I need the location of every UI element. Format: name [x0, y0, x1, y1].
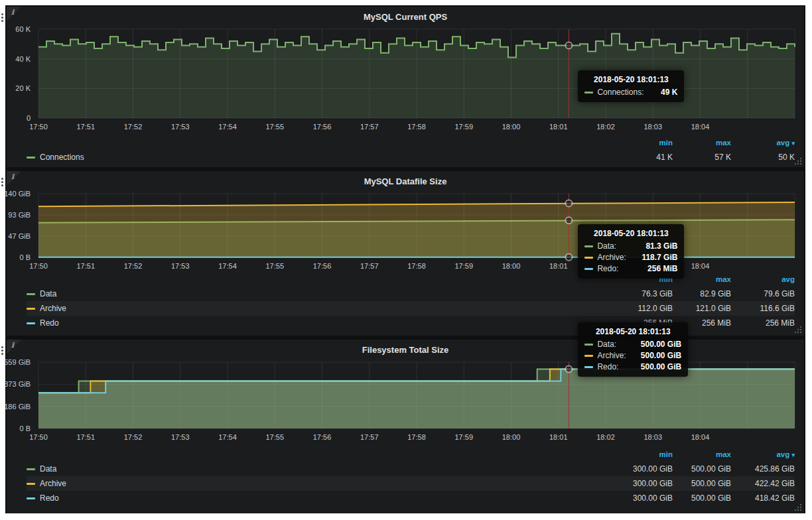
- x-tick-label: 18:02: [596, 262, 615, 270]
- y-tick-label: 20 K: [15, 84, 31, 92]
- chevron-down-icon: ▾: [791, 452, 795, 458]
- legend-header-min[interactable]: min: [614, 275, 673, 283]
- x-tick-label: 17:50: [29, 123, 48, 131]
- legend-avg-value: 116.6 GiB: [731, 304, 795, 313]
- legend-series-label: Archive: [40, 304, 66, 313]
- legend-min-value: 41 K: [614, 153, 673, 162]
- legend-row-data: Data 76.3 GiB 82.9 GiB 79.6 GiB: [27, 287, 795, 301]
- x-tick-label: 18:04: [691, 123, 710, 131]
- chart-canvas: [38, 29, 795, 118]
- legend-header-avg[interactable]: avg ▾: [731, 139, 795, 147]
- y-tick-label: 140 GiB: [4, 190, 31, 198]
- legend-min-value: 256 MiB: [614, 318, 673, 328]
- panel-title[interactable]: MySQL Current QPS: [7, 7, 804, 22]
- legend-header-avg[interactable]: avg ▾: [731, 450, 795, 458]
- y-tick-label: 40 K: [15, 55, 31, 63]
- legend-header-row: min max avg ▾: [27, 447, 795, 462]
- legend-header-max[interactable]: max: [673, 275, 731, 283]
- legend-series-archive[interactable]: Archive: [27, 304, 614, 313]
- legend-series-label: Archive: [40, 479, 66, 488]
- panel-mysql-current-qps: i MySQL Current QPS 60 K40 K20 K0 17:501…: [7, 7, 804, 167]
- series-color-swatch: [27, 497, 35, 499]
- legend-series-redo[interactable]: Redo: [27, 318, 614, 328]
- x-tick-label: 18:03: [643, 433, 662, 441]
- plot-area[interactable]: [38, 194, 795, 257]
- series-color-swatch: [27, 483, 35, 485]
- x-tick-label: 18:02: [596, 123, 615, 131]
- panel-title[interactable]: MySQL Datafile Size: [7, 171, 804, 186]
- x-tick-label: 17:52: [124, 262, 143, 270]
- x-tick-label: 17:56: [313, 433, 332, 441]
- legend-header-row: min max avg: [27, 272, 795, 287]
- x-tick-label: 17:58: [407, 123, 426, 131]
- x-tick-label: 18:01: [549, 433, 568, 441]
- legend-row-data: Data 300.00 GiB 500.00 GiB 425.86 GiB: [27, 462, 795, 476]
- panel-mysql-datafile-size: i MySQL Datafile Size 140 GiB93 GiB47 Gi…: [7, 171, 804, 336]
- x-tick-label: 17:51: [76, 433, 95, 441]
- legend-max-value: 121.0 GiB: [673, 304, 731, 313]
- legend-series-label: Redo: [40, 493, 59, 503]
- x-tick-label: 17:59: [454, 262, 473, 270]
- panel-filesystem-total-size: i Filesystem Total Size 559 GiB373 GiB18…: [7, 340, 804, 513]
- legend-avg-value: 256 MiB: [731, 318, 795, 328]
- legend-series-data[interactable]: Data: [27, 289, 614, 298]
- x-tick-label: 18:04: [691, 433, 710, 441]
- y-tick-label: 0: [27, 114, 31, 122]
- legend-series-redo[interactable]: Redo: [27, 493, 614, 503]
- legend-max-value: 256 MiB: [673, 318, 731, 328]
- chevron-down-icon: ▾: [791, 140, 795, 147]
- x-tick-label: 17:54: [218, 433, 237, 441]
- panel-title[interactable]: Filesystem Total Size: [7, 340, 804, 355]
- x-tick-label: 18:04: [691, 262, 710, 270]
- panel-drag-handle-icon[interactable]: [1, 346, 3, 348]
- x-axis-labels: 17:5017:5117:5217:5317:5417:5517:5617:57…: [38, 432, 795, 442]
- legend-series-label: Data: [40, 464, 56, 474]
- legend-header-min[interactable]: min: [614, 139, 673, 147]
- x-tick-label: 18:00: [502, 123, 521, 131]
- x-tick-label: 17:58: [407, 262, 426, 270]
- x-tick-label: 18:02: [596, 433, 615, 441]
- legend-min-value: 300.00 GiB: [614, 493, 673, 503]
- legend-max-value: 82.9 GiB: [673, 289, 731, 298]
- panel-resize-handle-icon[interactable]: [800, 509, 801, 511]
- series-color-swatch: [27, 322, 35, 324]
- legend-row-archive: Archive 300.00 GiB 500.00 GiB 422.42 GiB: [27, 476, 795, 491]
- panel-resize-handle-icon[interactable]: [800, 332, 801, 333]
- series-color-swatch: [27, 468, 35, 470]
- legend-avg-value: 79.6 GiB: [731, 289, 795, 298]
- grafana-dashboard: i MySQL Current QPS 60 K40 K20 K0 17:501…: [5, 5, 805, 513]
- info-icon: i: [11, 172, 14, 181]
- panel-resize-handle-icon[interactable]: [800, 163, 801, 164]
- legend-series-archive[interactable]: Archive: [27, 479, 614, 488]
- legend-header-min[interactable]: min: [614, 450, 673, 458]
- legend-min-value: 300.00 GiB: [614, 479, 673, 488]
- legend-series-connections[interactable]: Connections: [27, 153, 614, 162]
- legend-header-max[interactable]: max: [673, 139, 731, 147]
- plot-area[interactable]: [38, 362, 795, 428]
- y-tick-label: 60 K: [15, 25, 31, 33]
- legend-series-data[interactable]: Data: [27, 464, 614, 474]
- legend-header-avg[interactable]: avg: [731, 275, 795, 283]
- y-tick-label: 47 GiB: [8, 232, 31, 240]
- legend-series-label: Redo: [40, 318, 59, 328]
- x-tick-label: 17:57: [360, 123, 379, 131]
- x-axis-labels: 17:5017:5117:5217:5317:5417:5517:5617:57…: [38, 261, 795, 271]
- x-tick-label: 17:57: [360, 433, 379, 441]
- plot-area[interactable]: [38, 29, 795, 118]
- legend-avg-value: 422.42 GiB: [731, 479, 795, 488]
- y-tick-label: 186 GiB: [4, 403, 31, 411]
- legend-min-value: 300.00 GiB: [614, 464, 673, 474]
- x-tick-label: 17:56: [313, 262, 332, 270]
- x-axis-labels: 17:5017:5117:5217:5317:5417:5517:5617:57…: [38, 121, 795, 132]
- panel-drag-handle-icon[interactable]: [1, 13, 3, 15]
- y-tick-label: 93 GiB: [8, 211, 31, 219]
- series-color-swatch: [27, 293, 35, 295]
- legend-row-connections: Connections 41 K 57 K 50 K: [27, 150, 795, 164]
- panel-drag-handle-icon[interactable]: [1, 178, 3, 180]
- x-tick-label: 17:57: [360, 262, 379, 270]
- legend-avg-value: 418.42 GiB: [731, 493, 795, 503]
- legend-header-max[interactable]: max: [673, 450, 731, 458]
- x-tick-label: 17:55: [265, 262, 284, 270]
- x-tick-label: 17:55: [265, 123, 284, 131]
- x-tick-label: 17:53: [171, 262, 190, 270]
